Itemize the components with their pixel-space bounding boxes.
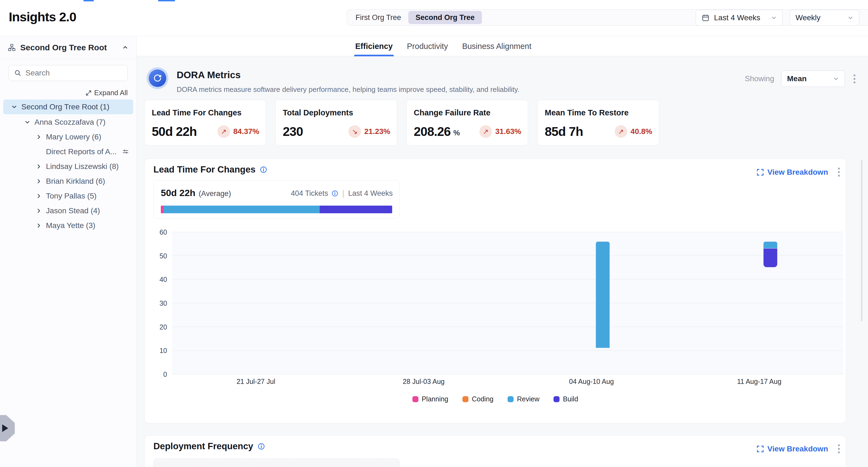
date-range-select[interactable]: Last 4 Weeks xyxy=(696,10,783,26)
tree-item-mary-lowery[interactable]: Mary Lowery (6) xyxy=(0,130,136,144)
chevron-right-icon[interactable] xyxy=(36,134,42,140)
trend-value: 21.23% xyxy=(364,127,390,136)
kebab-menu-icon[interactable] xyxy=(836,443,841,455)
metric-title: Lead Time For Changes xyxy=(152,108,259,117)
search-icon xyxy=(14,69,22,77)
bar-28-jul-03-aug[interactable] xyxy=(416,232,431,374)
showing-select[interactable]: Mean xyxy=(781,70,845,87)
granularity-select[interactable]: Weekly xyxy=(790,10,859,26)
trend-value: 31.63% xyxy=(495,127,521,136)
sidebar-header-label: Second Org Tree Root xyxy=(20,43,117,52)
meta-divider: | xyxy=(342,189,344,198)
calendar-icon xyxy=(702,14,710,22)
tree-item-jason-stead[interactable]: Jason Stead (4) xyxy=(0,204,136,218)
tree-item-lindsay-liszewski[interactable]: Lindsay Liszewski (8) xyxy=(0,159,136,174)
phase-segment-planning[interactable] xyxy=(161,206,163,213)
chevron-down-icon[interactable] xyxy=(24,119,31,125)
gridline xyxy=(172,327,843,327)
chevron-right-icon[interactable] xyxy=(36,222,42,229)
tab-business-alignment[interactable]: Business Alignment xyxy=(461,36,532,56)
legend-item-coding[interactable]: Coding xyxy=(462,395,493,403)
trend-down-icon: ↘ xyxy=(348,125,361,138)
chevron-right-icon[interactable] xyxy=(36,163,42,170)
chevron-down-icon xyxy=(770,14,777,21)
chevron-down-icon xyxy=(847,14,854,21)
tree-item-anna-scozzafava[interactable]: Anna Scozzafava (7) xyxy=(0,115,136,130)
info-icon[interactable] xyxy=(332,190,338,197)
deployment-title: Deployment Frequency xyxy=(153,441,253,452)
dora-controls: Showing Mean xyxy=(745,70,857,87)
summary-qualifier: (Average) xyxy=(199,189,231,198)
tree-item-brian-kirkland[interactable]: Brian Kirkland (6) xyxy=(0,174,136,189)
org-tree: Second Org Tree Root (1) Anna Scozzafava… xyxy=(0,99,136,233)
info-icon[interactable] xyxy=(260,166,267,173)
info-icon[interactable] xyxy=(258,443,265,450)
clipped-text-artifact xyxy=(158,0,175,1)
kebab-menu-icon[interactable] xyxy=(836,166,841,178)
deployment-summary-card xyxy=(153,459,400,467)
tree-item-direct-reports[interactable]: Direct Reports of A... xyxy=(0,144,136,159)
metric-card-lead-time[interactable]: Lead Time For Changes 50d 22h ↗ 84.37% xyxy=(145,100,266,146)
bar-11-aug-17-aug[interactable] xyxy=(752,232,766,374)
tree-item-maya-yette[interactable]: Maya Yette (3) xyxy=(0,218,136,233)
metric-value: 50d 22h xyxy=(152,124,197,139)
showing-value: Mean xyxy=(787,74,807,83)
phase-segment-build[interactable] xyxy=(320,206,392,213)
phase-segment-review[interactable] xyxy=(163,206,320,213)
tab-efficiency[interactable]: Efficiency xyxy=(354,36,394,56)
tree-item-label: Second Org Tree Root (1) xyxy=(21,102,110,111)
metric-value: 208.26 xyxy=(414,124,451,139)
metric-card-mean-time-to-restore[interactable]: Mean Time To Restore 85d 7h ↗ 40.8% xyxy=(537,100,659,146)
page-title: Insights 2.0 xyxy=(9,9,76,24)
tree-item-second-org-tree-root[interactable]: Second Org Tree Root (1) xyxy=(3,99,133,114)
period-label: Last 4 Weeks xyxy=(348,189,393,198)
chevron-up-icon[interactable] xyxy=(122,44,129,51)
sidebar-header[interactable]: Second Org Tree Root xyxy=(0,36,136,59)
legend-label: Review xyxy=(517,395,539,403)
expand-all-label: Expand All xyxy=(94,89,128,97)
y-axis-tick-label: 50 xyxy=(159,252,167,260)
top-bar: Insights 2.0 First Org Tree Second Org T… xyxy=(0,0,868,36)
legend-item-build[interactable]: Build xyxy=(554,395,578,403)
view-breakdown-button[interactable]: View Breakdown xyxy=(756,168,828,177)
gridline xyxy=(172,303,843,303)
tree-item-label: Jason Stead (4) xyxy=(46,207,100,215)
chevron-down-icon xyxy=(832,75,840,82)
tree-item-label: Direct Reports of A... xyxy=(46,147,117,156)
org-tree-option-second[interactable]: Second Org Tree xyxy=(409,11,482,24)
gridline xyxy=(172,256,843,256)
sidebar: Second Org Tree Root Expand All Second O… xyxy=(0,36,137,467)
metric-card-change-failure-rate[interactable]: Change Failure Rate 208.26 % ↗ 31.63% xyxy=(406,100,528,146)
trend-value: 84.37% xyxy=(233,127,259,136)
filter-sliders-icon[interactable] xyxy=(122,148,129,155)
kebab-menu-icon[interactable] xyxy=(852,73,857,85)
sidebar-search[interactable] xyxy=(9,65,128,81)
dora-metrics-header: DORA Metrics DORA metrics measure softwa… xyxy=(145,62,847,98)
dora-cycle-icon xyxy=(149,69,166,87)
legend-label: Build xyxy=(563,395,578,403)
expand-all-button[interactable]: Expand All xyxy=(85,89,128,97)
chevron-right-icon[interactable] xyxy=(36,193,42,199)
legend-swatch xyxy=(507,396,514,402)
legend-item-planning[interactable]: Planning xyxy=(412,395,448,403)
lead-time-xlabels: 21 Jul-27 Jul28 Jul-03 Aug04 Aug-10 Aug1… xyxy=(172,378,843,386)
y-axis-tick-label: 20 xyxy=(159,323,167,331)
chevron-right-icon[interactable] xyxy=(36,178,42,185)
bar-21-jul-27-jul[interactable] xyxy=(249,232,263,374)
dora-title: DORA Metrics xyxy=(177,69,241,81)
tab-productivity[interactable]: Productivity xyxy=(406,36,449,56)
search-input[interactable] xyxy=(25,69,123,77)
metric-card-total-deployments[interactable]: Total Deployments 230 ↘ 21.23% xyxy=(275,100,397,146)
tree-item-tony-pallas[interactable]: Tony Pallas (5) xyxy=(0,189,136,204)
y-axis-tick-label: 60 xyxy=(159,228,167,236)
bar-04-aug-10-aug[interactable] xyxy=(584,232,599,374)
view-breakdown-button[interactable]: View Breakdown xyxy=(756,444,828,453)
metric-value: 85d 7h xyxy=(545,124,583,139)
chevron-right-icon[interactable] xyxy=(36,208,42,214)
legend-item-review[interactable]: Review xyxy=(507,395,539,403)
chevron-down-icon[interactable] xyxy=(11,104,18,110)
granularity-value: Weekly xyxy=(796,13,820,22)
org-tree-option-first[interactable]: First Org Tree xyxy=(348,11,408,24)
phase-distribution-bar xyxy=(161,206,392,213)
scrollbar[interactable] xyxy=(861,160,863,321)
